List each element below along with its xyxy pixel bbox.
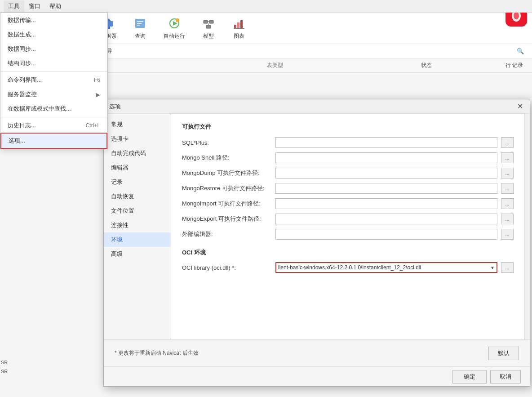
svg-rect-20 [234, 25, 236, 28]
toolbar-model-label: 模型 [203, 32, 214, 40]
mongoimport-input[interactable] [275, 198, 497, 209]
sidebar-advanced[interactable]: 高级 [104, 247, 171, 261]
sidebar-connectivity[interactable]: 连接性 [104, 218, 171, 232]
sidebar-fileloc[interactable]: 文件位置 [104, 204, 171, 218]
oci-section-title: OCI 环境 [182, 249, 514, 257]
sqlplus-label: SQL*Plus: [182, 139, 272, 146]
toolbar-auto[interactable]: ! 自动运行 [160, 14, 189, 42]
search-icon[interactable]: 🔍 [513, 46, 528, 56]
options-dialog: 选项 ✕ 常规 选项卡 自动完成代码 编辑器 记录 自动恢复 文件位置 连接性 … [103, 99, 530, 387]
default-button[interactable]: 默认 [488, 347, 519, 360]
mongoexport-row: MongoExport 可执行文件路径: ... [182, 214, 514, 224]
toolbar-auto-label: 自动运行 [164, 32, 185, 40]
sidebar-records[interactable]: 记录 [104, 175, 171, 189]
menu-help[interactable]: 帮助 [45, 0, 66, 12]
auto-icon: ! [167, 16, 182, 31]
dialog-title: 选项 [109, 103, 121, 111]
dialog-scrollbar[interactable] [524, 114, 530, 339]
mongorestore-label: MongoRestore 可执行文件路径: [182, 184, 272, 192]
mongoshell-browse[interactable]: ... [501, 152, 514, 163]
exteditor-input[interactable] [275, 229, 497, 240]
toolbar-chart-label: 图表 [234, 32, 244, 40]
menu-data-sync[interactable]: 数据同步... [0, 42, 107, 56]
model-icon [201, 16, 216, 31]
dropdown-separator-1 [0, 71, 107, 72]
menu-data-generate[interactable]: 数据生成... [0, 27, 107, 42]
exteditor-row: 外部编辑器: ... [182, 229, 514, 240]
mongodump-browse[interactable]: ... [501, 168, 514, 178]
mongorestore-browse[interactable]: ... [501, 183, 514, 194]
ok-button[interactable]: 确定 [452, 370, 487, 384]
sidebar-environment[interactable]: 环境 [104, 232, 171, 247]
oci-library-combo[interactable]: lient-basic-windows.x64-12.2.0.1.0\insta… [275, 262, 497, 273]
menu-tools[interactable]: 工具 [4, 0, 24, 12]
sqlplus-row: SQL*Plus: ... [182, 137, 514, 148]
cancel-button[interactable]: 取消 [490, 370, 521, 384]
oci-library-row: OCI library (oci.dll) *: lient-basic-win… [182, 262, 514, 273]
sidebar-autocomplete[interactable]: 自动完成代码 [104, 146, 171, 161]
oci-library-value: lient-basic-windows.x64-12.2.0.1.0\insta… [278, 264, 489, 271]
tools-dropdown-menu: 数据传输... 数据生成... 数据同步... 结构同步... 命令列界面...… [0, 13, 108, 149]
col-table-type: 表类型 [262, 62, 288, 69]
app-window: 工具 窗口 帮助 用户 其它 [0, 0, 532, 397]
svg-point-25 [514, 12, 519, 19]
svg-rect-16 [209, 20, 213, 23]
dialog-titlebar: 选项 ✕ [104, 99, 530, 114]
col-rows: 行 记录 [501, 62, 528, 69]
menu-bar: 工具 窗口 帮助 [0, 0, 532, 13]
svg-text:!: ! [177, 19, 177, 22]
mongodump-row: MongoDump 可执行文件路径: ... [182, 168, 514, 178]
mongorestore-row: MongoRestore 可执行文件路径: ... [182, 183, 514, 194]
footer-buttons: 默认 [488, 347, 519, 360]
sqlplus-browse[interactable]: ... [501, 137, 514, 148]
exteditor-browse[interactable]: ... [501, 229, 514, 240]
sidebar-tabs[interactable]: 选项卡 [104, 132, 171, 146]
mongodump-input[interactable] [275, 168, 497, 178]
combo-arrow-icon: ▼ [489, 265, 495, 270]
svg-rect-15 [204, 20, 208, 23]
col-status: 状态 [417, 62, 436, 69]
mongoshell-input[interactable] [275, 152, 497, 163]
footer-note: * 更改将于重新启动 Navicat 后生效 [115, 349, 485, 357]
sidebar-autorecover[interactable]: 自动恢复 [104, 189, 171, 204]
dropdown-separator-2 [0, 117, 107, 117]
chart-icon [232, 16, 246, 31]
exteditor-label: 外部编辑器: [182, 230, 272, 238]
sidebar-general[interactable]: 常规 [104, 117, 171, 132]
mongoexport-browse[interactable]: ... [501, 214, 514, 224]
menu-find-in-db[interactable]: 在数据库或模式中查找... [0, 102, 107, 116]
mongoimport-row: MongoImport 可执行文件路径: ... [182, 198, 514, 209]
oci-section: OCI 环境 OCI library (oci.dll) *: lient-ba… [182, 249, 514, 273]
toolbar-chart[interactable]: 图表 [228, 14, 250, 42]
toolbar-query[interactable]: 查询 [129, 14, 151, 42]
menu-history[interactable]: 历史日志... Ctrl+L [0, 118, 107, 133]
mongoexport-label: MongoExport 可执行文件路径: [182, 215, 272, 223]
sidebar-editor[interactable]: 编辑器 [104, 161, 171, 175]
menu-server-monitor[interactable]: 服务器监控 ▶ [0, 87, 107, 102]
svg-rect-21 [237, 22, 239, 28]
mongorestore-input[interactable] [275, 183, 497, 194]
menu-window[interactable]: 窗口 [24, 0, 45, 12]
mongoshell-label: Mongo Shell 路径: [182, 154, 272, 162]
left-label-sr2: SR [1, 369, 8, 374]
oci-library-browse[interactable]: ... [501, 262, 514, 273]
mongoimport-browse[interactable]: ... [501, 198, 514, 209]
left-label-sr1: SR [1, 360, 8, 365]
oci-library-label: OCI library (oci.dll) *: [182, 264, 272, 271]
menu-options[interactable]: 选项... [0, 133, 107, 149]
dialog-action-bar: 确定 取消 [104, 366, 530, 386]
dialog-sidebar: 常规 选项卡 自动完成代码 编辑器 记录 自动恢复 文件位置 连接性 环境 高级 [104, 114, 171, 339]
menu-command[interactable]: 命令列界面... F6 [0, 73, 107, 87]
executable-section-title: 可执行文件 [182, 123, 514, 131]
menu-struct-sync[interactable]: 结构同步... [0, 56, 107, 71]
sqlplus-input[interactable] [275, 137, 497, 148]
dialog-body: 常规 选项卡 自动完成代码 编辑器 记录 自动恢复 文件位置 连接性 环境 高级… [104, 114, 530, 339]
dialog-close-button[interactable]: ✕ [515, 102, 524, 111]
dialog-content: 可执行文件 SQL*Plus: ... Mongo Shell 路径: ... … [171, 114, 524, 339]
svg-rect-22 [240, 20, 243, 28]
mongoexport-input[interactable] [275, 214, 497, 224]
svg-rect-17 [206, 25, 211, 28]
mongoshell-row: Mongo Shell 路径: ... [182, 152, 514, 163]
menu-data-transfer[interactable]: 数据传输... [0, 13, 107, 27]
toolbar-model[interactable]: 模型 [198, 14, 219, 42]
